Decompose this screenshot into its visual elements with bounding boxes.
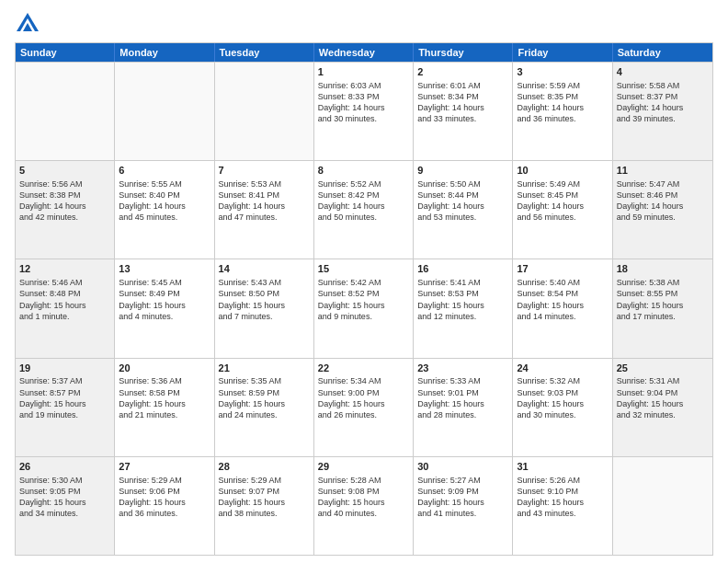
calendar-day-cell: 20Sunrise: 5:36 AM Sunset: 8:58 PM Dayli… — [115, 359, 214, 456]
calendar-day-cell — [16, 63, 115, 160]
weekday-header-thursday: Thursday — [414, 43, 513, 62]
day-info: Sunrise: 5:58 AM Sunset: 8:37 PM Dayligh… — [617, 80, 709, 125]
calendar-week-2: 5Sunrise: 5:56 AM Sunset: 8:38 PM Daylig… — [16, 160, 712, 259]
calendar-day-cell: 9Sunrise: 5:50 AM Sunset: 8:44 PM Daylig… — [414, 161, 513, 259]
weekday-header-friday: Friday — [513, 43, 612, 62]
day-number: 16 — [417, 262, 508, 276]
calendar-day-cell: 14Sunrise: 5:43 AM Sunset: 8:50 PM Dayli… — [215, 259, 314, 357]
day-number: 27 — [119, 460, 210, 474]
day-info: Sunrise: 6:01 AM Sunset: 8:34 PM Dayligh… — [417, 80, 508, 125]
calendar-day-cell: 19Sunrise: 5:37 AM Sunset: 8:57 PM Dayli… — [16, 359, 115, 456]
calendar-day-cell: 7Sunrise: 5:53 AM Sunset: 8:41 PM Daylig… — [215, 161, 314, 259]
calendar-day-cell: 15Sunrise: 5:42 AM Sunset: 8:52 PM Dayli… — [314, 259, 414, 357]
calendar-day-cell — [215, 63, 314, 160]
day-number: 31 — [517, 460, 608, 474]
day-number: 24 — [517, 362, 608, 375]
day-info: Sunrise: 5:37 AM Sunset: 8:57 PM Dayligh… — [19, 375, 110, 420]
day-info: Sunrise: 5:31 AM Sunset: 9:04 PM Dayligh… — [617, 375, 709, 420]
calendar-day-cell: 28Sunrise: 5:29 AM Sunset: 9:07 PM Dayli… — [215, 457, 314, 555]
day-info: Sunrise: 5:52 AM Sunset: 8:42 PM Dayligh… — [318, 178, 409, 224]
day-info: Sunrise: 5:50 AM Sunset: 8:44 PM Dayligh… — [417, 178, 508, 224]
day-number: 6 — [119, 164, 210, 178]
calendar-page: SundayMondayTuesdayWednesdayThursdayFrid… — [0, 0, 728, 563]
calendar-day-cell: 3Sunrise: 5:59 AM Sunset: 8:35 PM Daylig… — [513, 63, 612, 160]
day-info: Sunrise: 6:03 AM Sunset: 8:33 PM Dayligh… — [318, 80, 409, 125]
day-info: Sunrise: 5:43 AM Sunset: 8:50 PM Dayligh… — [219, 277, 310, 322]
day-info: Sunrise: 5:59 AM Sunset: 8:35 PM Dayligh… — [517, 80, 608, 125]
calendar-day-cell: 11Sunrise: 5:47 AM Sunset: 8:46 PM Dayli… — [613, 161, 712, 259]
day-info: Sunrise: 5:55 AM Sunset: 8:40 PM Dayligh… — [119, 178, 210, 224]
day-info: Sunrise: 5:49 AM Sunset: 8:45 PM Dayligh… — [517, 178, 608, 224]
calendar-day-cell — [115, 63, 214, 160]
calendar-day-cell: 5Sunrise: 5:56 AM Sunset: 8:38 PM Daylig… — [16, 161, 115, 259]
day-info: Sunrise: 5:30 AM Sunset: 9:05 PM Dayligh… — [19, 475, 110, 520]
day-info: Sunrise: 5:42 AM Sunset: 8:52 PM Dayligh… — [318, 277, 409, 322]
day-number: 7 — [219, 164, 310, 178]
day-info: Sunrise: 5:40 AM Sunset: 8:54 PM Dayligh… — [517, 277, 608, 322]
day-number: 17 — [517, 262, 608, 276]
calendar-day-cell: 16Sunrise: 5:41 AM Sunset: 8:53 PM Dayli… — [414, 259, 513, 357]
logo-icon — [15, 11, 40, 37]
page-header — [15, 11, 713, 37]
calendar-day-cell: 4Sunrise: 5:58 AM Sunset: 8:37 PM Daylig… — [613, 63, 712, 160]
calendar-day-cell: 25Sunrise: 5:31 AM Sunset: 9:04 PM Dayli… — [613, 359, 712, 456]
weekday-header-saturday: Saturday — [613, 43, 712, 62]
day-info: Sunrise: 5:28 AM Sunset: 9:08 PM Dayligh… — [318, 475, 409, 520]
day-number: 11 — [617, 164, 709, 178]
calendar-day-cell: 22Sunrise: 5:34 AM Sunset: 9:00 PM Dayli… — [314, 359, 414, 456]
day-info: Sunrise: 5:34 AM Sunset: 9:00 PM Dayligh… — [318, 375, 409, 420]
calendar-day-cell: 29Sunrise: 5:28 AM Sunset: 9:08 PM Dayli… — [314, 457, 414, 555]
calendar-week-1: 1Sunrise: 6:03 AM Sunset: 8:33 PM Daylig… — [16, 62, 712, 160]
calendar-body: 1Sunrise: 6:03 AM Sunset: 8:33 PM Daylig… — [16, 62, 712, 555]
day-info: Sunrise: 5:29 AM Sunset: 9:07 PM Dayligh… — [219, 475, 310, 520]
calendar-day-cell — [613, 457, 712, 555]
calendar-day-cell: 1Sunrise: 6:03 AM Sunset: 8:33 PM Daylig… — [314, 63, 414, 160]
calendar-day-cell: 17Sunrise: 5:40 AM Sunset: 8:54 PM Dayli… — [513, 259, 612, 357]
calendar-week-3: 12Sunrise: 5:46 AM Sunset: 8:48 PM Dayli… — [16, 259, 712, 357]
calendar-day-cell: 18Sunrise: 5:38 AM Sunset: 8:55 PM Dayli… — [613, 259, 712, 357]
day-number: 15 — [318, 262, 409, 276]
weekday-header-monday: Monday — [115, 43, 214, 62]
day-info: Sunrise: 5:45 AM Sunset: 8:49 PM Dayligh… — [119, 277, 210, 322]
weekday-header-sunday: Sunday — [16, 43, 115, 62]
day-number: 9 — [417, 164, 508, 178]
day-info: Sunrise: 5:26 AM Sunset: 9:10 PM Dayligh… — [517, 475, 608, 520]
day-number: 2 — [417, 65, 508, 79]
calendar-day-cell: 27Sunrise: 5:29 AM Sunset: 9:06 PM Dayli… — [115, 457, 214, 555]
day-number: 12 — [19, 262, 110, 276]
calendar-day-cell: 6Sunrise: 5:55 AM Sunset: 8:40 PM Daylig… — [115, 161, 214, 259]
calendar-day-cell: 13Sunrise: 5:45 AM Sunset: 8:49 PM Dayli… — [115, 259, 214, 357]
day-number: 29 — [318, 460, 409, 474]
calendar-day-cell: 23Sunrise: 5:33 AM Sunset: 9:01 PM Dayli… — [414, 359, 513, 456]
calendar-day-cell: 24Sunrise: 5:32 AM Sunset: 9:03 PM Dayli… — [513, 359, 612, 456]
day-number: 28 — [219, 460, 310, 474]
day-info: Sunrise: 5:56 AM Sunset: 8:38 PM Dayligh… — [19, 178, 110, 224]
weekday-header-wednesday: Wednesday — [314, 43, 414, 62]
day-number: 26 — [19, 460, 110, 474]
day-number: 4 — [617, 65, 709, 79]
calendar-header-row: SundayMondayTuesdayWednesdayThursdayFrid… — [16, 43, 712, 62]
weekday-header-tuesday: Tuesday — [215, 43, 314, 62]
calendar-grid: SundayMondayTuesdayWednesdayThursdayFrid… — [15, 42, 713, 556]
calendar-day-cell: 12Sunrise: 5:46 AM Sunset: 8:48 PM Dayli… — [16, 259, 115, 357]
day-number: 21 — [219, 362, 310, 375]
day-info: Sunrise: 5:41 AM Sunset: 8:53 PM Dayligh… — [417, 277, 508, 322]
calendar-day-cell: 8Sunrise: 5:52 AM Sunset: 8:42 PM Daylig… — [314, 161, 414, 259]
calendar-day-cell: 2Sunrise: 6:01 AM Sunset: 8:34 PM Daylig… — [414, 63, 513, 160]
day-number: 1 — [318, 65, 409, 79]
calendar-day-cell: 10Sunrise: 5:49 AM Sunset: 8:45 PM Dayli… — [513, 161, 612, 259]
day-info: Sunrise: 5:32 AM Sunset: 9:03 PM Dayligh… — [517, 375, 608, 420]
day-info: Sunrise: 5:36 AM Sunset: 8:58 PM Dayligh… — [119, 375, 210, 420]
calendar-day-cell: 30Sunrise: 5:27 AM Sunset: 9:09 PM Dayli… — [414, 457, 513, 555]
day-number: 30 — [417, 460, 508, 474]
calendar-week-4: 19Sunrise: 5:37 AM Sunset: 8:57 PM Dayli… — [16, 358, 712, 456]
day-info: Sunrise: 5:27 AM Sunset: 9:09 PM Dayligh… — [417, 475, 508, 520]
day-info: Sunrise: 5:47 AM Sunset: 8:46 PM Dayligh… — [617, 178, 709, 224]
day-info: Sunrise: 5:53 AM Sunset: 8:41 PM Dayligh… — [219, 178, 310, 224]
day-number: 10 — [517, 164, 608, 178]
calendar-day-cell: 31Sunrise: 5:26 AM Sunset: 9:10 PM Dayli… — [513, 457, 612, 555]
day-number: 3 — [517, 65, 608, 79]
day-number: 8 — [318, 164, 409, 178]
day-number: 22 — [318, 362, 409, 375]
day-info: Sunrise: 5:35 AM Sunset: 8:59 PM Dayligh… — [219, 375, 310, 420]
